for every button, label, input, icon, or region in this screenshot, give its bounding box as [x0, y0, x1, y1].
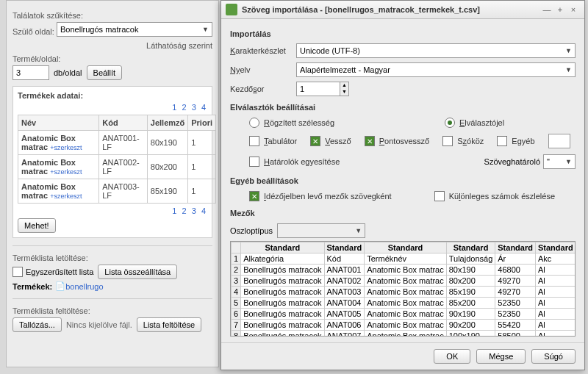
coltype-select: ▼	[277, 223, 365, 238]
cancel-button[interactable]: Mégse	[476, 349, 526, 364]
table-row: Anatomic Box matrac +szerkeszt ANAT003-L…	[18, 179, 216, 204]
set-button[interactable]: Beállít	[87, 65, 123, 80]
tab-checkbox[interactable]	[249, 136, 259, 146]
filter-label: Találatok szűkítése:	[12, 11, 212, 20]
fixed-width-radio[interactable]	[249, 118, 259, 128]
section-separators: Elválasztók beállításai	[230, 103, 576, 112]
language-select[interactable]: Alapértelmezett - Magyar▼	[296, 62, 576, 77]
startrow-spinner[interactable]: ▲▼	[296, 82, 349, 96]
other-checkbox[interactable]	[497, 136, 507, 146]
space-checkbox[interactable]	[442, 136, 453, 146]
table-row: Anatomic Box matrac +szerkeszt ANAT002-L…	[18, 155, 216, 179]
perpage-input[interactable]	[12, 65, 49, 80]
download-label: Terméklista letöltése:	[12, 253, 212, 262]
text-delim-select[interactable]: "▼	[543, 154, 576, 169]
startrow-label: Kezdősor	[230, 84, 296, 93]
col-attr: Jellemző	[147, 115, 187, 131]
close-icon[interactable]: ×	[567, 5, 580, 14]
minimize-icon[interactable]: —	[540, 5, 553, 14]
edit-link[interactable]: +szerkeszt	[50, 193, 82, 200]
chevron-down-icon: ▼	[565, 158, 572, 165]
chevron-down-icon: ▼	[355, 227, 362, 234]
background-panel: Találatok szűkítése: Szülő oldal: Bonell…	[6, 0, 219, 367]
dialog-title: Szöveg importálása - [bonellrugos_matrac…	[242, 5, 540, 14]
import-dialog: Szöveg importálása - [bonellrugos_matrac…	[220, 0, 585, 370]
help-button[interactable]: Súgó	[531, 349, 576, 364]
chevron-down-icon: ▼	[202, 26, 209, 33]
spin-up-icon[interactable]: ▲	[340, 82, 348, 89]
pager-top: 1 2 3 4	[18, 103, 207, 112]
titlebar[interactable]: Szöveg importálása - [bonellrugos_matrac…	[221, 1, 584, 19]
products-file-link[interactable]: bonellrugo	[65, 282, 103, 291]
edit-link[interactable]: +szerkeszt	[50, 144, 82, 151]
browse-button[interactable]: Tallózás...	[12, 317, 62, 332]
col-code: Kód	[99, 115, 148, 131]
compile-list-button[interactable]: Lista összeállítása	[98, 265, 177, 279]
section-fields: Mezők	[230, 209, 576, 217]
perpage-unit: db/oldal	[54, 68, 82, 77]
edit-link[interactable]: +szerkeszt	[50, 168, 82, 176]
products-title: Termékek adatai:	[18, 91, 207, 100]
section-other: Egyéb beállítások	[230, 176, 576, 185]
delimiter-radio[interactable]	[445, 118, 455, 128]
parent-page-select[interactable]: Bonellrugós matracok▼	[57, 22, 212, 37]
products-box: Termékek adatai: 1 2 3 4 Név Kód Jellemz…	[12, 86, 212, 238]
upload-button[interactable]: Lista feltöltése	[137, 317, 201, 332]
simplified-checkbox[interactable]	[12, 267, 23, 277]
quoted-as-text-checkbox[interactable]	[249, 191, 259, 201]
merge-delim-checkbox[interactable]	[249, 157, 259, 167]
chevron-down-icon: ▼	[565, 66, 572, 73]
go-button[interactable]: Mehet!	[18, 218, 56, 233]
app-icon	[226, 4, 237, 15]
perpage-label: Termék/oldal:	[12, 54, 212, 63]
ok-button[interactable]: OK	[434, 349, 470, 364]
visibility-label: Láthatóság szerint	[12, 41, 212, 50]
charset-select[interactable]: Unicode (UTF-8)▼	[296, 43, 576, 58]
chevron-down-icon: ▼	[565, 47, 572, 54]
other-delim-input[interactable]	[548, 134, 570, 148]
parent-page-label: Szülő oldal:	[12, 27, 57, 36]
preview-grid[interactable]: StandardStandardStandardStandardStandard…	[230, 241, 576, 337]
products-table: Név Kód Jellemző Priori Anatomic Box mat…	[18, 115, 216, 204]
text-delim-label: Szöveghatároló	[484, 157, 540, 166]
coltype-label: Oszloptípus	[230, 226, 273, 235]
col-prio: Priori	[188, 115, 216, 131]
comma-checkbox[interactable]	[310, 136, 320, 146]
maximize-icon[interactable]: +	[553, 5, 567, 14]
spin-down-icon[interactable]: ▼	[340, 89, 348, 96]
col-name: Név	[18, 115, 99, 131]
special-numbers-checkbox[interactable]	[434, 191, 445, 201]
pager-bottom: 1 2 3 4	[18, 206, 207, 215]
language-label: Nyelv	[230, 65, 296, 74]
table-row: Anatomic Box matrac +szerkeszt ANAT001-L…	[18, 131, 216, 155]
section-import: Importálás	[230, 29, 576, 38]
no-file-label: Nincs kijelölve fájl.	[66, 320, 132, 329]
charset-label: Karakterkészlet	[230, 46, 296, 55]
semicolon-checkbox[interactable]	[365, 136, 375, 146]
upload-label: Terméklista feltöltése:	[12, 306, 212, 315]
